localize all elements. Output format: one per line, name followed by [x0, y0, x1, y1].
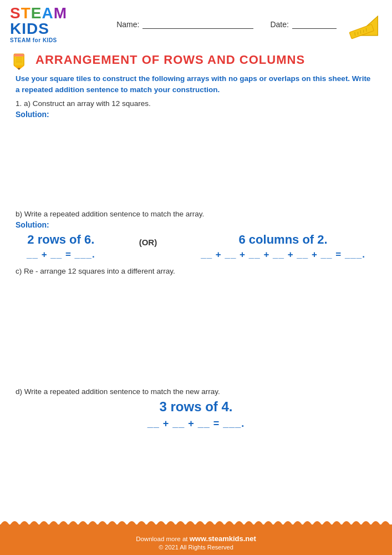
footer-website: www.steamkids.net — [190, 534, 256, 543]
name-date-area: Name: Date: — [111, 20, 337, 29]
answer-right: 6 columns of 2. __ + __ + __ + __ + __ +… — [201, 233, 365, 260]
part-d-equation: __ + __ + __ = ___. — [147, 418, 245, 430]
svg-rect-2 — [349, 24, 374, 38]
logo-s: S — [10, 4, 21, 22]
logo-m: M — [54, 4, 67, 22]
header: STEAM KIDS STEAM for KIDS Name: Date: — [0, 0, 392, 47]
logo-e: E — [31, 4, 42, 22]
part-b: b) Write a repeated addition sentence to… — [16, 210, 376, 260]
part-c-question: c) Re - arrange 12 squares into a differ… — [16, 267, 376, 275]
instructions: Use your square tiles to construct the f… — [16, 73, 376, 96]
rows-text: 2 rows of 6. — [27, 233, 94, 247]
date-line: Date: — [270, 20, 336, 29]
logo-sub: STEAM for KIDS — [10, 37, 57, 43]
title-bar: ARRANGEMENT OF ROWS AND COLUMNS — [0, 47, 392, 73]
name-field[interactable] — [142, 20, 253, 29]
part-d-rows-text: 3 rows of 4. — [159, 399, 232, 415]
part-d-answer: 3 rows of 4. __ + __ + __ = ___. — [16, 399, 376, 430]
eq-left: __ + __ = ___. — [27, 249, 95, 260]
name-line: Name: — [116, 20, 253, 29]
logo-a: A — [42, 4, 53, 22]
logo-kids: KIDS — [10, 20, 49, 37]
logo-t: T — [21, 4, 31, 22]
eq-right: __ + __ + __ + __ + __ + __ = ___. — [201, 249, 365, 260]
main-title: ARRANGEMENT OF ROWS AND COLUMNS — [35, 53, 305, 67]
question-1a: 1. a) Construct an array with 12 squares… — [16, 99, 376, 108]
part-d-question: d) Write a repeated addition sentence to… — [16, 387, 376, 396]
pencil-icon — [10, 50, 30, 70]
logo-steam: STEAM KIDS — [10, 6, 100, 37]
work-area-a — [16, 122, 376, 205]
date-label: Date: — [270, 20, 288, 29]
solution-label-a: Solution: — [16, 110, 376, 119]
columns-text: 6 columns of 2. — [239, 233, 328, 247]
logo: STEAM KIDS STEAM for KIDS — [10, 6, 100, 43]
work-area-c — [16, 278, 376, 383]
footer-copyright: © 2021 All Rights Reserved — [0, 544, 392, 551]
footer-wave — [0, 517, 392, 526]
date-field[interactable] — [292, 20, 337, 29]
ruler-icon — [348, 9, 382, 40]
content: Use your square tiles to construct the f… — [0, 73, 392, 524]
footer: Download more at www.steamkids.net © 202… — [0, 524, 392, 555]
page-wrapper: STEAM KIDS STEAM for KIDS Name: Date: — [0, 0, 392, 555]
footer-download: Download more at www.steamkids.net — [0, 534, 392, 543]
part-b-question: b) Write a repeated addition sentence to… — [16, 210, 376, 218]
part-c: c) Re - arrange 12 squares into a differ… — [16, 267, 376, 383]
part-d: d) Write a repeated addition sentence to… — [16, 387, 376, 430]
answer-row: 2 rows of 6. __ + __ = ___. (OR) 6 colum… — [16, 233, 376, 260]
or-text: (OR) — [139, 238, 157, 260]
solution-label-b: Solution: — [16, 220, 376, 229]
answer-left: 2 rows of 6. __ + __ = ___. — [27, 233, 95, 260]
name-label: Name: — [116, 20, 139, 29]
svg-rect-11 — [14, 54, 24, 57]
